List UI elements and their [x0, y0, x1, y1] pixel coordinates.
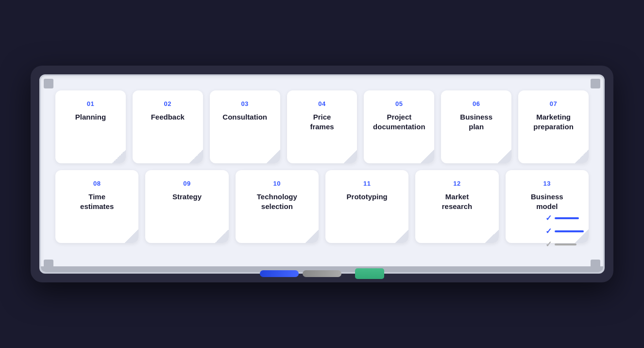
card-item[interactable]: 02Feedback — [133, 90, 203, 163]
card-number: 04 — [318, 100, 325, 107]
card-title: Businessplan — [460, 112, 492, 131]
card-number: 02 — [164, 100, 171, 107]
card-number: 06 — [473, 100, 480, 107]
whiteboard: 01Planning02Feedback03Consultation04Pric… — [39, 74, 605, 274]
marker-blue — [260, 270, 299, 277]
card-number: 09 — [183, 180, 190, 187]
card-item[interactable]: 04Priceframes — [287, 90, 357, 163]
card-title: Strategy — [172, 192, 202, 202]
corner-tr — [591, 79, 600, 88]
card-number: 05 — [395, 100, 403, 107]
card-number: 07 — [550, 100, 557, 107]
card-title: Timeestimates — [80, 192, 114, 211]
cards-row-1: 01Planning02Feedback03Consultation04Pric… — [55, 90, 589, 163]
card-item[interactable]: 06Businessplan — [441, 90, 511, 163]
card-title: Feedback — [151, 112, 185, 122]
card-number: 13 — [543, 180, 551, 187]
card-item[interactable]: 01Planning — [55, 90, 126, 163]
card-number: 08 — [93, 180, 101, 187]
eraser — [355, 268, 384, 279]
card-item[interactable]: 09Strategy — [145, 170, 228, 243]
corner-tl — [44, 79, 53, 88]
card-item[interactable]: 12Marketresearch — [415, 170, 498, 243]
card-title: Prototyping — [347, 192, 388, 202]
card-title: Technologyselection — [257, 192, 297, 211]
cards-row-2: 08Timeestimates09Strategy10Technologysel… — [55, 170, 589, 243]
card-title: Planning — [75, 112, 106, 122]
card-item[interactable]: 11Prototyping — [325, 170, 408, 243]
card-number: 03 — [241, 100, 248, 107]
card-item[interactable]: 07Marketingpreparation — [518, 90, 589, 163]
card-item[interactable]: 08Timeestimates — [55, 170, 138, 243]
card-title: Businessmodel — [531, 192, 563, 211]
card-item[interactable]: 05Projectdocumentation — [364, 90, 434, 163]
card-number: 12 — [453, 180, 460, 187]
card-title: Projectdocumentation — [373, 112, 425, 131]
marker-tray — [260, 268, 384, 279]
checklist-decoration: ✓ ✓ ✓ — [545, 213, 584, 253]
outer-frame: 01Planning02Feedback03Consultation04Pric… — [31, 66, 613, 282]
card-item[interactable]: 10Technologyselection — [236, 170, 319, 243]
card-title: Consultation — [222, 112, 267, 122]
card-number: 01 — [87, 100, 94, 107]
card-title: Marketresearch — [442, 192, 473, 211]
card-title: Priceframes — [310, 112, 334, 131]
card-item[interactable]: 03Consultation — [210, 90, 280, 163]
card-number: 10 — [273, 180, 281, 187]
card-number: 11 — [363, 180, 371, 187]
marker-gray — [303, 270, 341, 277]
card-title: Marketingpreparation — [533, 112, 574, 131]
